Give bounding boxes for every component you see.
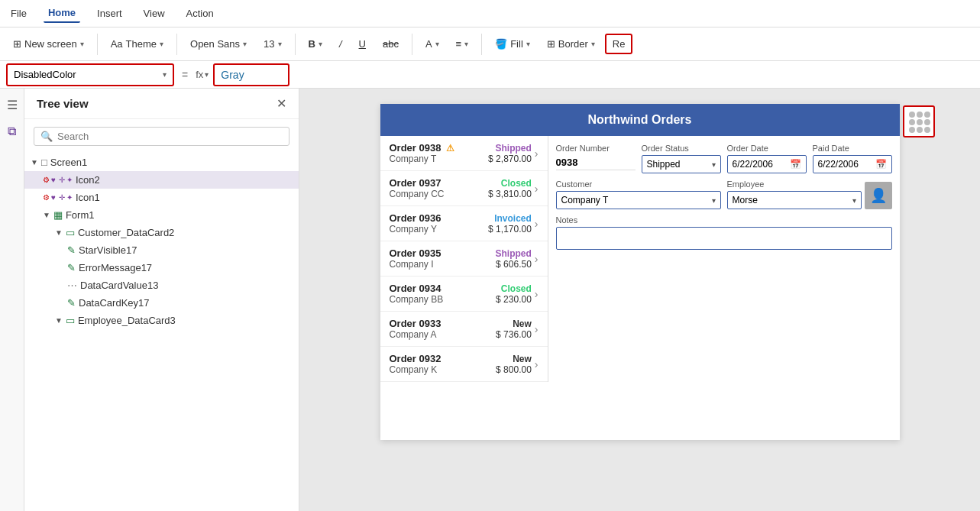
app-preview: Northwind Orders Order 0938 ⚠ Company T xyxy=(380,104,900,440)
order-chevron-0933: › xyxy=(535,323,539,335)
menu-home[interactable]: Home xyxy=(44,4,80,23)
order-chevron-0932: › xyxy=(535,358,539,370)
bold-button[interactable]: B ▾ xyxy=(302,34,329,53)
property-label: DisabledColor xyxy=(14,69,76,80)
handle-dot xyxy=(917,127,923,133)
font-dropdown[interactable]: Open Sans ▾ xyxy=(183,34,254,53)
sep5 xyxy=(481,34,482,55)
tree-item-icon1[interactable]: ⚙ ♥ ✛ ✦ Icon1 xyxy=(24,189,299,206)
reorder-button[interactable]: Re xyxy=(605,34,633,54)
lock-icon2: ⚙ xyxy=(43,193,50,202)
order-date-input[interactable]: 6/22/2006 📅 xyxy=(727,155,807,173)
search-input[interactable] xyxy=(57,131,283,142)
order-item-0938[interactable]: Order 0938 ⚠ Company T Shipped $ 2,870.0… xyxy=(380,136,548,171)
lock-icon: ⚙ xyxy=(43,176,50,184)
tree-item-starvisible17[interactable]: ✎ StarVisible17 xyxy=(24,241,299,259)
fx-label: fx xyxy=(196,69,203,80)
theme-chevron: ▾ xyxy=(160,40,163,48)
tree-item-datacardvalue13[interactable]: ⋯ DataCardValue13 xyxy=(24,277,299,294)
menu-insert[interactable]: Insert xyxy=(92,5,127,22)
edit-icon-dck17: ✎ xyxy=(67,297,76,309)
menu-view[interactable]: View xyxy=(139,5,170,22)
canvas-area[interactable]: Northwind Orders Order 0938 ⚠ Company T xyxy=(299,89,980,511)
font-size-dropdown[interactable]: 13 ▾ xyxy=(257,34,288,53)
tree-header: Tree view ✕ xyxy=(24,89,299,119)
menu-file[interactable]: File xyxy=(6,5,31,22)
equals-sign: = xyxy=(182,69,188,81)
layers-icon[interactable]: ⧉ xyxy=(5,121,19,141)
tree-items: ▼ □ Screen1 ⚙ ♥ ✛ ✦ Icon2 ⚙ ♥ xyxy=(24,154,299,511)
order-chevron-0938: › xyxy=(535,147,539,160)
orders-list: Order 0938 ⚠ Company T Shipped $ 2,870.0… xyxy=(380,136,548,382)
app-container: Northwind Orders Order 0938 ⚠ Company T xyxy=(380,104,900,440)
warn-icon-0938: ⚠ xyxy=(446,143,454,154)
order-item-0933[interactable]: Order 0933 Company A New $ 736.00 › xyxy=(380,312,548,347)
fill-button[interactable]: 🪣 Fill ▾ xyxy=(488,34,537,53)
fill-chevron: ▾ xyxy=(526,40,530,48)
new-screen-chevron: ▾ xyxy=(80,40,84,48)
app-body: Order 0938 ⚠ Company T Shipped $ 2,870.0… xyxy=(380,136,900,382)
sep1 xyxy=(97,34,98,55)
underline-button[interactable]: U xyxy=(352,34,373,53)
new-screen-button[interactable]: ⊞ New screen ▾ xyxy=(6,34,91,53)
order-item-0935[interactable]: Order 0935 Company I Shipped $ 606.50 › xyxy=(380,241,548,277)
fx-button[interactable]: fx ▾ xyxy=(196,69,209,80)
field-order-date: Order Date 6/22/2006 📅 xyxy=(727,144,807,173)
tree-item-icon2[interactable]: ⚙ ♥ ✛ ✦ Icon2 xyxy=(24,171,299,189)
heart-icon2: ♥ xyxy=(51,193,56,202)
order-right-0938: Shipped $ 2,870.00 xyxy=(488,143,532,164)
selection-handle[interactable] xyxy=(903,105,935,137)
formula-bar: DisabledColor ▾ = fx ▾ Gray xyxy=(0,61,980,89)
order-item-0932[interactable]: Order 0932 Company K New $ 800.00 › xyxy=(380,347,548,382)
app-header: Northwind Orders xyxy=(380,104,900,136)
employee-select[interactable]: Morse ▾ xyxy=(727,191,862,209)
order-chevron-0935: › xyxy=(535,253,539,265)
tree-item-employee-datacard3[interactable]: ▼ ▭ Employee_DataCard3 xyxy=(24,312,299,329)
add-icon2: ✛ xyxy=(59,193,65,202)
handle-dot xyxy=(909,112,915,118)
theme-button[interactable]: Aa Theme ▾ xyxy=(104,34,170,53)
tree-item-screen1[interactable]: ▼ □ Screen1 xyxy=(24,154,299,171)
handle-dot xyxy=(924,119,930,125)
order-item-0937[interactable]: Order 0937 Company CC Closed $ 3,810.00 … xyxy=(380,171,548,206)
left-sidebar: ☰ ⧉ xyxy=(0,89,24,511)
employee-avatar: 👤 xyxy=(865,182,892,209)
order-item-0936[interactable]: Order 0936 Company Y Invoiced $ 1,170.00… xyxy=(380,206,548,241)
property-dropdown[interactable]: DisabledColor ▾ xyxy=(6,63,174,86)
edit-icon-sv17: ✎ xyxy=(67,244,76,256)
fill-icon: 🪣 xyxy=(495,38,507,50)
hamburger-icon[interactable]: ☰ xyxy=(4,95,21,115)
border-icon: ⊞ xyxy=(547,38,555,50)
tree-close-button[interactable]: ✕ xyxy=(277,96,286,111)
border-button[interactable]: ⊞ Border ▾ xyxy=(540,34,602,53)
align-button[interactable]: ≡ ▾ xyxy=(449,34,476,53)
main-layout: ☰ ⧉ Tree view ✕ 🔍 ▼ □ Screen1 ⚙ ♥ xyxy=(0,89,980,511)
sep2 xyxy=(176,34,177,55)
tree-item-form1[interactable]: ▼ ▦ Form1 xyxy=(24,206,299,224)
font-color-button[interactable]: A ▾ xyxy=(419,34,446,53)
order-status-select[interactable]: Shipped ▾ xyxy=(642,155,721,173)
strikethrough-button[interactable]: abc xyxy=(376,34,406,53)
order-chevron-0936: › xyxy=(535,218,539,230)
tree-search-container: 🔍 xyxy=(34,127,289,146)
italic-button[interactable]: / xyxy=(332,34,349,53)
chevron-screen1: ▼ xyxy=(31,158,38,167)
property-chevron: ▾ xyxy=(163,70,167,79)
formula-value[interactable]: Gray xyxy=(213,63,289,86)
order-item-0934[interactable]: Order 0934 Company BB Closed $ 230.00 › xyxy=(380,277,548,312)
handle-dot xyxy=(917,119,923,125)
search-icon: 🔍 xyxy=(40,131,53,142)
tree-item-errormessage17[interactable]: ✎ ErrorMessage17 xyxy=(24,259,299,277)
menu-action[interactable]: Action xyxy=(182,5,218,22)
notes-input[interactable] xyxy=(556,227,892,250)
field-notes: Notes xyxy=(556,215,892,250)
field-order-number: Order Number 0938 xyxy=(556,144,636,173)
icon1-node-icons: ⚙ ♥ ✛ ✦ xyxy=(43,192,73,203)
customer-select[interactable]: Company T ▾ xyxy=(556,191,721,209)
paid-date-input[interactable]: 6/22/2006 📅 xyxy=(813,155,892,173)
chevron-customer-dc2: ▼ xyxy=(55,228,63,237)
tree-item-datacardkey17[interactable]: ✎ DataCardKey17 xyxy=(24,294,299,312)
star-icon2: ✦ xyxy=(66,193,73,202)
order-number-value: 0938 xyxy=(556,155,636,170)
tree-item-customer-datacard2[interactable]: ▼ ▭ Customer_DataCard2 xyxy=(24,224,299,241)
